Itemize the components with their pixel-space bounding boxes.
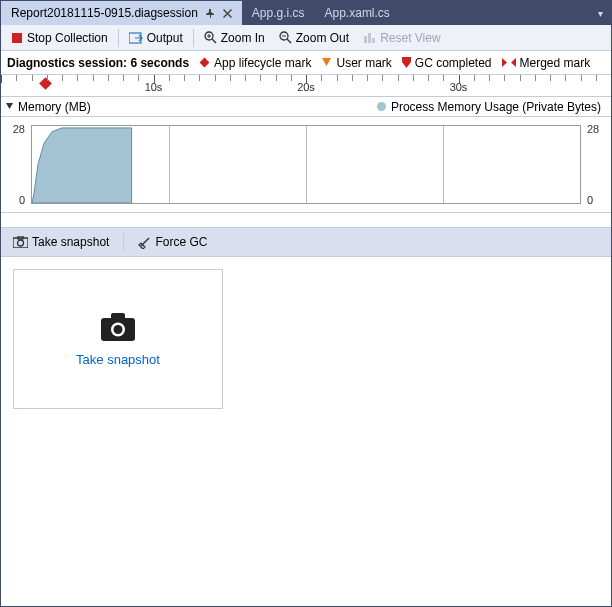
legend-label: Merged mark (520, 56, 591, 70)
output-icon (129, 32, 143, 44)
reset-view-icon (363, 31, 376, 44)
y-axis-left: 28 0 (1, 117, 29, 212)
lifecycle-marker (39, 77, 52, 90)
tab-label: App.xaml.cs (325, 6, 390, 20)
legend-gc: GC completed (402, 56, 492, 70)
shield-red-icon (402, 57, 411, 68)
separator (193, 29, 194, 47)
output-button[interactable]: Output (123, 29, 189, 47)
memory-series-legend: Process Memory Usage (Private Bytes) (376, 100, 601, 114)
legend-label: App lifecycle mark (214, 56, 311, 70)
diamond-red-icon (199, 57, 210, 68)
broom-icon (138, 236, 151, 249)
button-label: Force GC (155, 235, 207, 249)
y-tick: 0 (587, 194, 593, 206)
toolbar-label: Output (147, 31, 183, 45)
reset-view-button: Reset View (357, 29, 446, 47)
legend-merged: Merged mark (502, 56, 591, 70)
svg-rect-0 (12, 33, 22, 43)
snapshot-panel: Take snapshot (1, 257, 611, 607)
circle-blue-icon (376, 101, 387, 112)
zoom-in-button[interactable]: Zoom In (198, 29, 271, 47)
y-axis-right: 28 0 (583, 117, 611, 212)
triangle-orange-icon (321, 57, 332, 68)
pin-icon[interactable] (206, 9, 215, 18)
tab-label: Report20181115-0915.diagsession (11, 6, 198, 20)
take-snapshot-button[interactable]: Take snapshot (7, 233, 115, 251)
tab-overflow-caret-icon[interactable]: ▾ (598, 8, 603, 19)
button-label: Take snapshot (32, 235, 109, 249)
area-fill (32, 126, 580, 203)
camera-icon (13, 236, 28, 248)
close-icon[interactable] (223, 9, 232, 18)
toolbar-label: Zoom Out (296, 31, 349, 45)
svg-marker-13 (322, 58, 331, 66)
svg-rect-11 (372, 38, 375, 43)
tab-diagsession[interactable]: Report20181115-0915.diagsession (1, 1, 242, 25)
svg-line-7 (287, 39, 291, 43)
stop-icon (11, 32, 23, 44)
stop-collection-button[interactable]: Stop Collection (5, 29, 114, 47)
legend-lifecycle: App lifecycle mark (199, 56, 311, 70)
toolbar-label: Stop Collection (27, 31, 108, 45)
legend-user: User mark (321, 56, 391, 70)
tab-app-xaml-cs[interactable]: App.xaml.cs (315, 1, 400, 25)
tab-label: App.g.i.cs (252, 6, 305, 20)
memory-title: Memory (MB) (18, 100, 91, 114)
svg-rect-10 (368, 33, 371, 43)
toolbar: Stop Collection Output Zoom In Zoom Out … (1, 25, 611, 51)
svg-rect-23 (111, 313, 125, 320)
action-bar: Take snapshot Force GC (1, 227, 611, 257)
snapshot-tile-label: Take snapshot (76, 352, 160, 367)
ruler-label: 10s (145, 81, 163, 93)
camera-large-icon (100, 312, 136, 342)
zoom-out-icon (279, 31, 292, 44)
tab-strip: Report20181115-0915.diagsession App.g.i.… (1, 1, 611, 25)
zoom-out-button[interactable]: Zoom Out (273, 29, 355, 47)
svg-point-20 (18, 240, 24, 246)
legend-label: GC completed (415, 56, 492, 70)
svg-rect-12 (200, 58, 210, 68)
separator (123, 233, 124, 251)
separator (118, 29, 119, 47)
memory-section: Memory (MB) Process Memory Usage (Privat… (1, 97, 611, 213)
toolbar-label: Reset View (380, 31, 440, 45)
svg-marker-14 (502, 58, 507, 67)
session-info-bar: Diagnostics session: 6 seconds App lifec… (1, 51, 611, 75)
merged-icon (502, 57, 516, 68)
y-tick: 28 (13, 123, 25, 135)
legend-label: User mark (336, 56, 391, 70)
memory-chart[interactable]: 28 0 28 0 (1, 117, 611, 213)
ruler-label: 30s (450, 81, 468, 93)
plot-area (31, 125, 581, 204)
time-ruler[interactable]: 10s20s30s (1, 75, 611, 97)
svg-point-17 (377, 102, 386, 111)
tab-app-g-i-cs[interactable]: App.g.i.cs (242, 1, 315, 25)
take-snapshot-tile[interactable]: Take snapshot (13, 269, 223, 409)
toolbar-label: Zoom In (221, 31, 265, 45)
y-tick: 0 (19, 194, 25, 206)
svg-point-25 (114, 325, 123, 334)
memory-header[interactable]: Memory (MB) Process Memory Usage (Privat… (1, 97, 611, 117)
ruler-label: 20s (297, 81, 315, 93)
svg-marker-15 (511, 58, 516, 67)
zoom-in-icon (204, 31, 217, 44)
svg-rect-9 (364, 36, 367, 43)
svg-line-3 (212, 39, 216, 43)
force-gc-button[interactable]: Force GC (132, 233, 213, 251)
svg-marker-16 (6, 103, 13, 109)
y-tick: 28 (587, 123, 599, 135)
legend-label: Process Memory Usage (Private Bytes) (391, 100, 601, 114)
session-label: Diagnostics session: 6 seconds (7, 56, 189, 70)
collapse-caret-icon[interactable] (5, 102, 14, 111)
